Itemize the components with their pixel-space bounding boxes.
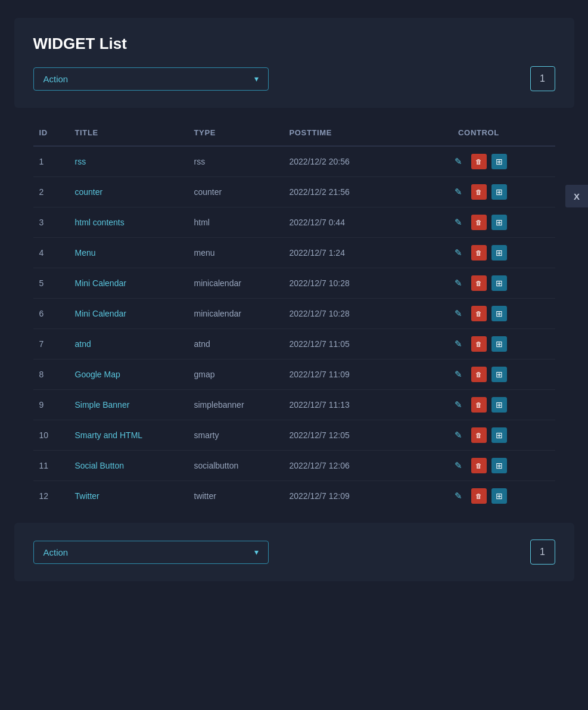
delete-button[interactable]: 🗑 — [471, 458, 487, 473]
cell-posttime: 2022/12/7 12:06 — [284, 451, 403, 481]
grid-icon: ⊞ — [496, 370, 503, 379]
cell-id: 7 — [33, 329, 69, 359]
delete-button[interactable]: 🗑 — [471, 427, 487, 443]
cell-id: 9 — [33, 390, 69, 420]
cell-type: menu — [188, 238, 284, 268]
edit-button[interactable]: ✎ — [451, 245, 466, 261]
title-link[interactable]: Google Map — [75, 370, 120, 379]
delete-button[interactable]: 🗑 — [471, 245, 487, 261]
cell-control: ✎ 🗑 ⊞ — [403, 451, 555, 481]
table-row: 3 html contents html 2022/12/7 0:44 ✎ 🗑 … — [33, 207, 555, 238]
grid-button[interactable]: ⊞ — [491, 427, 507, 443]
cell-type: gmap — [188, 359, 284, 390]
delete-button[interactable]: 🗑 — [471, 397, 487, 413]
delete-button[interactable]: 🗑 — [471, 488, 487, 504]
table-header-row: ID Title Type Posttime CONTROL — [33, 120, 555, 146]
cell-control: ✎ 🗑 ⊞ — [403, 420, 555, 451]
grid-button[interactable]: ⊞ — [491, 275, 507, 291]
edit-button[interactable]: ✎ — [451, 397, 466, 413]
grid-button[interactable]: ⊞ — [491, 306, 507, 321]
cell-id: 3 — [33, 207, 69, 238]
page-badge-bottom[interactable]: 1 — [530, 540, 555, 565]
title-link[interactable]: Simple Banner — [75, 400, 130, 410]
trash-icon: 🗑 — [475, 371, 482, 378]
grid-button[interactable]: ⊞ — [491, 367, 507, 382]
edit-button[interactable]: ✎ — [451, 154, 466, 169]
x-close-button[interactable]: X — [565, 185, 588, 207]
table-row: 10 Smarty and HTML smarty 2022/12/7 12:0… — [33, 420, 555, 451]
pencil-icon: ✎ — [455, 369, 462, 380]
cell-type: socialbutton — [188, 451, 284, 481]
cell-control: ✎ 🗑 ⊞ — [403, 390, 555, 420]
delete-button[interactable]: 🗑 — [471, 275, 487, 291]
edit-button[interactable]: ✎ — [451, 488, 466, 504]
trash-icon: 🗑 — [475, 188, 482, 196]
title-link[interactable]: atnd — [75, 339, 91, 349]
title-link[interactable]: Social Button — [75, 461, 125, 470]
cell-title: atnd — [69, 329, 188, 359]
edit-button[interactable]: ✎ — [451, 367, 466, 382]
trash-icon: 🗑 — [475, 280, 482, 287]
title-link[interactable]: Smarty and HTML — [75, 430, 143, 440]
title-link[interactable]: Twitter — [75, 491, 99, 501]
title-link[interactable]: Mini Calendar — [75, 278, 126, 288]
pencil-icon: ✎ — [455, 460, 462, 471]
cell-posttime: 2022/12/7 0:44 — [284, 207, 403, 238]
grid-button[interactable]: ⊞ — [491, 184, 507, 200]
table-section: ID Title Type Posttime CONTROL 1 rss rss… — [14, 120, 574, 523]
edit-button[interactable]: ✎ — [451, 275, 466, 291]
edit-button[interactable]: ✎ — [451, 215, 466, 230]
grid-button[interactable]: ⊞ — [491, 458, 507, 473]
trash-icon: 🗑 — [475, 249, 482, 256]
delete-button[interactable]: 🗑 — [471, 215, 487, 230]
table-row: 1 rss rss 2022/12/2 20:56 ✎ 🗑 ⊞ — [33, 146, 555, 177]
control-cell: ✎ 🗑 ⊞ — [409, 275, 549, 291]
control-cell: ✎ 🗑 ⊞ — [409, 215, 549, 230]
edit-button[interactable]: ✎ — [451, 184, 466, 200]
edit-button[interactable]: ✎ — [451, 458, 466, 473]
cell-id: 10 — [33, 420, 69, 451]
table-row: 2 counter counter 2022/12/2 21:56 ✎ 🗑 ⊞ — [33, 177, 555, 207]
trash-icon: 🗑 — [475, 432, 482, 439]
title-link[interactable]: rss — [75, 157, 86, 166]
title-link[interactable]: Mini Calendar — [75, 309, 126, 318]
cell-title: Twitter — [69, 481, 188, 511]
edit-button[interactable]: ✎ — [451, 427, 466, 443]
pencil-icon: ✎ — [455, 308, 462, 319]
cell-type: minicalendar — [188, 268, 284, 299]
cell-control: ✎ 🗑 ⊞ — [403, 329, 555, 359]
title-link[interactable]: html contents — [75, 218, 125, 227]
cell-posttime: 2022/12/2 21:56 — [284, 177, 403, 207]
cell-control: ✎ 🗑 ⊞ — [403, 299, 555, 329]
page-badge-top[interactable]: 1 — [530, 66, 555, 91]
cell-id: 12 — [33, 481, 69, 511]
delete-button[interactable]: 🗑 — [471, 367, 487, 382]
grid-button[interactable]: ⊞ — [491, 245, 507, 261]
grid-button[interactable]: ⊞ — [491, 397, 507, 413]
grid-button[interactable]: ⊞ — [491, 154, 507, 169]
grid-button[interactable]: ⊞ — [491, 488, 507, 504]
top-bar: Action ▾ 1 — [33, 66, 555, 91]
table-row: 9 Simple Banner simplebanner 2022/12/7 1… — [33, 390, 555, 420]
action-dropdown-bottom[interactable]: Action ▾ — [33, 541, 269, 564]
grid-button[interactable]: ⊞ — [491, 336, 507, 352]
delete-button[interactable]: 🗑 — [471, 306, 487, 321]
trash-icon: 🗑 — [475, 462, 482, 469]
edit-button[interactable]: ✎ — [451, 336, 466, 352]
grid-button[interactable]: ⊞ — [491, 215, 507, 230]
grid-icon: ⊞ — [496, 187, 503, 197]
action-dropdown-top[interactable]: Action ▾ — [33, 67, 269, 91]
title-link[interactable]: Menu — [75, 248, 96, 258]
table-row: 7 atnd atnd 2022/12/7 11:05 ✎ 🗑 ⊞ — [33, 329, 555, 359]
cell-id: 11 — [33, 451, 69, 481]
cell-posttime: 2022/12/7 11:05 — [284, 329, 403, 359]
delete-button[interactable]: 🗑 — [471, 336, 487, 352]
delete-button[interactable]: 🗑 — [471, 154, 487, 169]
delete-button[interactable]: 🗑 — [471, 184, 487, 200]
control-cell: ✎ 🗑 ⊞ — [409, 306, 549, 321]
title-link[interactable]: counter — [75, 187, 103, 197]
grid-icon: ⊞ — [496, 400, 503, 410]
control-cell: ✎ 🗑 ⊞ — [409, 367, 549, 382]
edit-button[interactable]: ✎ — [451, 306, 466, 321]
control-cell: ✎ 🗑 ⊞ — [409, 154, 549, 169]
